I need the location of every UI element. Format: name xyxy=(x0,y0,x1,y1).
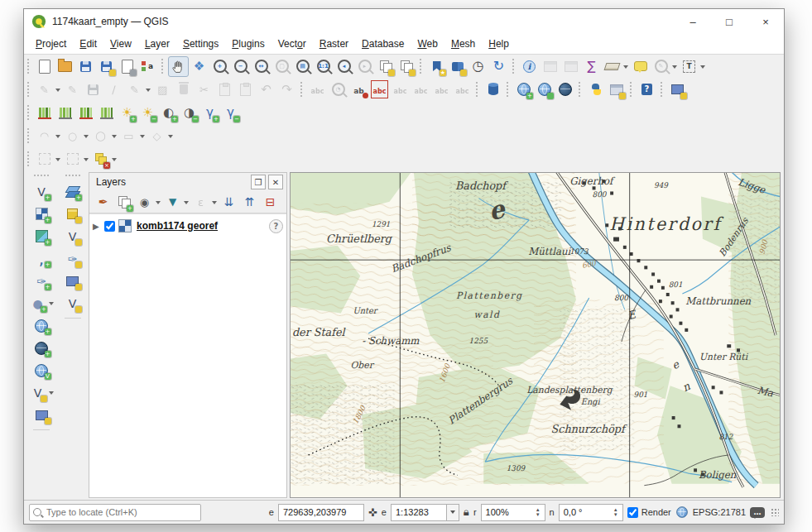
new-virtual-layer[interactable]: V xyxy=(62,293,83,314)
layer-name[interactable]: komb1174 georef xyxy=(137,220,269,232)
manage-map-themes-dropdown-icon[interactable] xyxy=(156,201,161,207)
new-map-view[interactable] xyxy=(375,56,396,77)
filter-legend[interactable]: ▼ xyxy=(162,192,183,213)
help-contents[interactable] xyxy=(637,79,657,100)
local-cumulative-cut-stretch[interactable] xyxy=(75,103,96,123)
lock-scale-icon[interactable]: 🔒︎ xyxy=(464,506,469,519)
increase-contrast[interactable]: ◐+ xyxy=(158,103,179,123)
panel-float-icon[interactable]: ❐ xyxy=(251,175,266,189)
log-messages-icon[interactable]: … xyxy=(750,507,765,518)
zoom-last[interactable]: ◂ xyxy=(334,56,354,77)
expand-all[interactable]: ⇊ xyxy=(219,192,239,213)
filter-legend-dropdown-icon[interactable] xyxy=(184,201,189,207)
layer-tree[interactable]: ▶ komb1174 georef ? xyxy=(89,213,286,497)
full-cumulative-cut-stretch[interactable] xyxy=(96,103,117,123)
add-vector-layer[interactable]: V+ xyxy=(31,181,52,202)
resize-grip[interactable] xyxy=(771,508,779,516)
metasearch-catalog-search[interactable] xyxy=(555,79,575,100)
decrease-gamma[interactable]: γ− xyxy=(220,103,241,123)
db-manager[interactable] xyxy=(483,79,503,100)
layer-labeling-options[interactable] xyxy=(307,79,328,100)
pan-map-to-selection[interactable]: ❖ xyxy=(189,56,209,77)
zoom-next[interactable]: ▸ xyxy=(354,56,375,77)
layer-diagram-options[interactable]: ◔ xyxy=(328,79,348,100)
rotation-spin-arrows[interactable]: ▲▼ xyxy=(613,507,618,517)
locator-bar[interactable] xyxy=(29,504,201,521)
menu-raster[interactable]: Raster xyxy=(313,36,355,52)
deselect-features-dropdown-icon[interactable] xyxy=(112,158,117,164)
zoom-full-extent[interactable]: ↔ xyxy=(251,56,271,77)
current-edits[interactable]: ✎ xyxy=(34,79,55,100)
python-console[interactable] xyxy=(585,79,606,100)
show-spatial-bookmarks[interactable] xyxy=(447,56,468,77)
add-arcgis-rest-layer[interactable] xyxy=(31,405,52,425)
vertex-tool-dropdown-icon[interactable] xyxy=(146,89,151,94)
menu-vector[interactable]: Vector xyxy=(271,36,313,52)
zoom-to-selection[interactable]: ▢ xyxy=(271,56,292,77)
layer-row[interactable]: ▶ komb1174 georef ? xyxy=(89,214,286,236)
modify-attributes-selected[interactable]: ▨ xyxy=(152,79,173,100)
annotation-tool[interactable]: ✎ xyxy=(651,56,671,77)
increase-brightness[interactable]: ☀+ xyxy=(117,103,137,123)
regular-polygon-digitize-dropdown-icon[interactable] xyxy=(168,135,173,141)
zoom-out[interactable]: − xyxy=(230,56,251,77)
add-group[interactable]: + xyxy=(113,192,134,213)
render-toggle[interactable]: Render xyxy=(627,507,671,518)
add-postgis-layer-dropdown-icon[interactable] xyxy=(49,302,54,308)
measure-line[interactable] xyxy=(602,56,622,77)
show-statistical-summary[interactable]: ∑ xyxy=(581,56,602,77)
add-delimited-text-layer[interactable]: ,+ xyxy=(31,248,52,269)
new-spatial-bookmark[interactable]: ★ xyxy=(426,56,447,77)
close-button[interactable]: × xyxy=(747,9,784,34)
menu-layer[interactable]: Layer xyxy=(138,36,176,52)
select-features-by-value[interactable] xyxy=(62,149,83,170)
open-project[interactable] xyxy=(55,56,75,77)
circle-digitize[interactable]: ○ xyxy=(62,126,83,146)
circular-string-digitize-dropdown-icon[interactable] xyxy=(55,135,60,141)
panel-close-icon[interactable]: ✕ xyxy=(268,175,283,189)
pin-unpin-labels[interactable] xyxy=(390,79,411,100)
new-3d-map-view[interactable] xyxy=(396,56,416,77)
open-data-source-manager[interactable]: + xyxy=(62,181,83,202)
toggle-editing[interactable]: ✎ xyxy=(62,79,83,100)
menu-database[interactable]: Database xyxy=(355,36,411,52)
add-wcs-layer[interactable]: + xyxy=(31,338,52,358)
pan-map[interactable] xyxy=(168,56,189,77)
manage-map-themes[interactable]: ◉ xyxy=(134,192,155,213)
identify-features[interactable] xyxy=(519,56,540,77)
increase-gamma[interactable]: γ+ xyxy=(199,103,220,123)
measure-line-dropdown-icon[interactable] xyxy=(623,65,628,71)
plugin-table-manager[interactable] xyxy=(606,79,627,100)
rectangle-digitize[interactable]: ▭ xyxy=(118,126,139,146)
digitize-with-segment[interactable]: ∕ xyxy=(103,79,124,100)
new-print-layout[interactable] xyxy=(117,56,137,77)
menu-view[interactable]: View xyxy=(103,36,138,52)
current-edits-dropdown-icon[interactable] xyxy=(55,89,60,94)
show-map-tips[interactable] xyxy=(630,56,651,77)
magnifier-spinbox[interactable]: 100% ▲▼ xyxy=(481,504,545,521)
new-project[interactable] xyxy=(34,56,55,77)
new-spatialite-layer[interactable]: ✑ xyxy=(62,248,83,269)
collapse-all[interactable]: ⇈ xyxy=(239,192,260,213)
text-annotation[interactable] xyxy=(679,56,699,77)
add-wfs-layer[interactable]: V xyxy=(31,360,52,381)
new-temporary-scratch-layer[interactable] xyxy=(62,271,83,291)
annotation-tool-dropdown-icon[interactable] xyxy=(672,65,677,71)
minimize-button[interactable]: – xyxy=(675,9,711,34)
menu-mesh[interactable]: Mesh xyxy=(444,36,482,52)
rectangle-digitize-dropdown-icon[interactable] xyxy=(140,135,145,141)
text-annotation-dropdown-icon[interactable] xyxy=(700,65,705,71)
select-features-by-value-dropdown-icon[interactable] xyxy=(84,158,89,164)
menu-plugins[interactable]: Plugins xyxy=(225,36,271,52)
new-geopackage-layer[interactable] xyxy=(62,204,83,224)
regular-polygon-digitize[interactable]: ◇ xyxy=(147,126,167,146)
add-spatialite-layer[interactable]: ✑+ xyxy=(31,271,52,291)
cut-features[interactable]: ✂ xyxy=(194,79,214,100)
scale-combo[interactable]: 1:13283 xyxy=(391,504,459,521)
layer-visibility-checkbox[interactable] xyxy=(104,221,115,232)
save-project-as[interactable] xyxy=(96,56,117,77)
circular-string-digitize[interactable]: ◠ xyxy=(34,126,55,146)
add-raster-layer[interactable]: + xyxy=(31,204,52,224)
metasearch-add-service[interactable]: + xyxy=(513,79,534,100)
decrease-brightness[interactable]: ☀− xyxy=(137,103,158,123)
